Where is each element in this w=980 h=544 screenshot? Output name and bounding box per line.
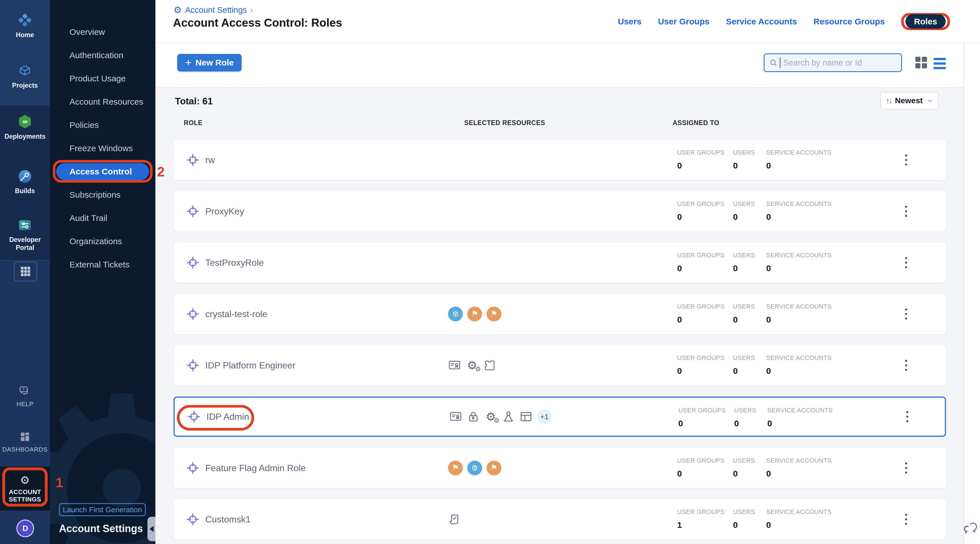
gear-watermark-icon: ⚙ xyxy=(50,363,155,544)
user-groups-value: 1 xyxy=(677,520,733,530)
tab-user-groups[interactable]: User Groups xyxy=(658,17,710,26)
gear-icon: ⚙ xyxy=(173,5,182,14)
role-target-icon xyxy=(187,410,201,423)
page-header: ⚙ Account Settings › Account Access Cont… xyxy=(155,0,980,43)
settings-nav-item-freeze-windows[interactable]: Freeze Windows xyxy=(50,137,155,160)
row-menu-button[interactable] xyxy=(903,152,909,168)
sidebar-footer-title: Account Settings xyxy=(59,523,143,534)
chevron-down-icon xyxy=(926,97,934,104)
row-menu-button[interactable] xyxy=(903,512,909,527)
users-label: USERS xyxy=(733,251,766,259)
settings-nav-item-label: Subscriptions xyxy=(70,190,121,200)
role-target-icon xyxy=(186,153,200,167)
role-cell: Customsk1 xyxy=(186,499,251,539)
role-row[interactable]: rw USER GROUPS0 USERS0 SERVICE ACCOUNTS0 xyxy=(173,140,946,180)
users-value: 0 xyxy=(733,469,766,479)
row-menu-button[interactable] xyxy=(903,204,909,219)
settings-nav-item-access-control[interactable]: Access Control xyxy=(50,160,155,183)
role-row[interactable]: TestProxyRole USER GROUPS0 USERS0 SERVIC… xyxy=(173,242,946,283)
row-menu-button[interactable] xyxy=(903,358,909,373)
settings-nav-item-authentication[interactable]: Authentication xyxy=(50,44,155,67)
assigned-to-cell: USER GROUPS0 USERS0 SERVICE ACCOUNTS0 xyxy=(677,251,832,273)
user-groups-label: USER GROUPS xyxy=(677,457,733,464)
service-accounts-label: SERVICE ACCOUNTS xyxy=(766,508,832,515)
settings-nav-item-audit-trail[interactable]: Audit Trail xyxy=(50,207,155,230)
role-row[interactable]: IDP Admin ⚙⚙+1 USER GROUPS0 USERS0 SERVI… xyxy=(173,396,946,437)
settings-nav-item-label: Account Resources xyxy=(70,97,143,107)
row-menu-button[interactable] xyxy=(903,306,909,322)
users-value: 0 xyxy=(733,366,766,376)
user-groups-value: 0 xyxy=(677,469,733,479)
module-browser-button[interactable] xyxy=(14,261,37,282)
role-cell: Feature Flag Admin Role xyxy=(186,448,306,488)
role-cell: IDP Admin xyxy=(187,398,249,436)
service-accounts-value: 0 xyxy=(766,161,832,170)
tab-service-accounts[interactable]: Service Accounts xyxy=(726,17,797,26)
rail-item-account-settings[interactable]: ⚙ ACCOUNT SETTINGS xyxy=(0,466,50,511)
role-cell: crystal-test-role xyxy=(186,294,267,334)
users-value: 0 xyxy=(733,315,766,324)
service-accounts-label: SERVICE ACCOUNTS xyxy=(767,407,833,414)
layout-resource-icon xyxy=(520,410,533,423)
user-groups-value: 0 xyxy=(677,315,733,324)
row-menu-button[interactable] xyxy=(903,255,909,270)
lock-resource-icon xyxy=(467,410,480,423)
user-groups-label: USER GROUPS xyxy=(677,354,733,362)
role-name: rw xyxy=(205,155,215,165)
rail-item-developer-portal[interactable]: Developer Portal xyxy=(0,217,50,251)
user-groups-value: 0 xyxy=(677,161,733,170)
column-header-selected-resources: SELECTED RESOURCES xyxy=(464,119,545,127)
tab-users[interactable]: Users xyxy=(618,17,641,26)
rail-item-builds[interactable]: Builds xyxy=(0,169,50,195)
settings-nav-item-product-usage[interactable]: Product Usage xyxy=(50,67,155,90)
settings-nav-item-overview[interactable]: Overview xyxy=(50,21,155,44)
role-name: ProxyKey xyxy=(205,206,244,217)
breadcrumb-link[interactable]: Account Settings xyxy=(185,5,247,15)
sort-dropdown[interactable]: ↑↓ Newest xyxy=(880,92,939,110)
rail-item-projects[interactable]: Projects xyxy=(0,63,50,90)
role-name: Customsk1 xyxy=(205,514,251,525)
person-resource-icon xyxy=(502,410,515,423)
feature-flag-resource-icon: ⚑ xyxy=(467,307,482,321)
chevron-left-icon xyxy=(150,526,154,532)
support-chat-icon[interactable] xyxy=(963,520,979,536)
settings-nav-item-label: Authentication xyxy=(70,51,123,60)
service-accounts-value: 0 xyxy=(766,264,832,273)
settings-nav-item-label: Audit Trail xyxy=(70,213,107,223)
rail-item-deployments[interactable]: ∞ Deployments xyxy=(0,114,50,141)
settings-nav-item-policies[interactable]: Policies xyxy=(50,113,155,137)
role-row[interactable]: IDP Platform Engineer ⚙⚙ USER GROUPS0 US… xyxy=(173,345,946,385)
row-menu-button[interactable] xyxy=(904,409,910,425)
settings-nav-item-organizations[interactable]: Organizations xyxy=(50,230,155,253)
launch-first-generation-button[interactable]: Launch First Generation xyxy=(59,503,146,516)
rail-item-label: Builds xyxy=(15,187,35,195)
row-menu-button[interactable] xyxy=(903,460,909,476)
rail-item-home[interactable]: Home xyxy=(0,12,50,39)
role-row[interactable]: Feature Flag Admin Role ⚑⚑ USER GROUPS0 … xyxy=(173,448,946,488)
settings-nav-item-external-tickets[interactable]: External Tickets xyxy=(50,253,155,276)
sidebar-collapse-button[interactable] xyxy=(148,517,155,541)
list-view-toggle[interactable] xyxy=(934,58,946,69)
role-row[interactable]: crystal-test-role ⚑⚑ USER GROUPS0 USERS0… xyxy=(173,294,946,334)
help-chat-icon: ? xyxy=(18,385,32,398)
rail-item-dashboards[interactable]: DASHBOARDS xyxy=(0,431,50,453)
role-target-icon xyxy=(186,307,200,321)
rail-item-help[interactable]: ? HELP xyxy=(0,385,50,408)
settings-nav-item-account-resources[interactable]: Account Resources xyxy=(50,90,155,113)
search-input[interactable] xyxy=(783,58,897,68)
role-row[interactable]: Customsk1 USER GROUPS1 USERS0 SERVICE AC… xyxy=(173,499,946,539)
chevron-right-icon: › xyxy=(250,5,253,15)
assigned-to-cell: USER GROUPS0 USERS0 SERVICE ACCOUNTS0 xyxy=(677,457,832,479)
role-row[interactable]: ProxyKey USER GROUPS0 USERS0 SERVICE ACC… xyxy=(173,191,946,231)
tab-roles[interactable]: Roles xyxy=(905,14,946,29)
tab-resource-groups[interactable]: Resource Groups xyxy=(813,17,885,26)
user-groups-label: USER GROUPS xyxy=(677,251,733,259)
settings-nav-item-subscriptions[interactable]: Subscriptions xyxy=(50,183,155,207)
feature-flag-resource-icon: ⚑ xyxy=(448,461,463,476)
user-groups-label: USER GROUPS xyxy=(677,200,733,208)
feature-flag-resource-icon: ⚑ xyxy=(487,307,501,321)
user-avatar[interactable]: D xyxy=(16,520,34,537)
grid-view-toggle[interactable] xyxy=(915,57,927,68)
new-role-button[interactable]: + New Role xyxy=(177,54,242,72)
gears-resource-icon: ⚙⚙ xyxy=(466,359,479,372)
